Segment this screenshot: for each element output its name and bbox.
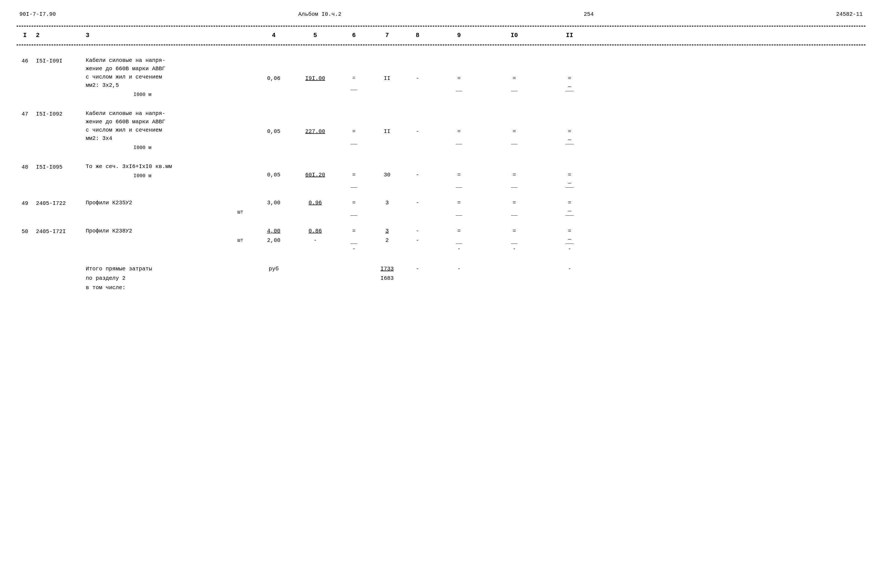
col-header-5: 5	[293, 32, 338, 39]
row-col7: II	[370, 110, 404, 136]
col-header-4: 4	[254, 32, 293, 39]
col-header-9: 9	[431, 32, 487, 39]
row-col9: =	[431, 199, 487, 216]
totals-description: Итого прямые затраты по разделу 2 в том …	[83, 264, 254, 292]
row-price: I9I.00	[293, 56, 338, 82]
row-col8: -	[404, 199, 431, 207]
row-col9: =	[431, 56, 487, 91]
row-col7: 30	[370, 162, 404, 179]
row-col6: =	[338, 199, 370, 216]
row-col11: = —	[542, 199, 597, 216]
totals-num	[16, 264, 33, 265]
row-quantity: 3,00	[254, 199, 293, 207]
totals-col11: -	[542, 264, 597, 274]
col-header-11: II	[542, 32, 597, 39]
row-number: 48	[16, 162, 33, 171]
row-col7: 3 2	[370, 227, 404, 244]
row-quantity: 0,05	[254, 162, 293, 179]
col-header-3: 3	[83, 32, 254, 39]
header-bottom-divider	[16, 45, 866, 45]
row-col9: = -	[431, 227, 487, 253]
col-header-6: 6	[338, 32, 370, 39]
row-col8: -	[404, 110, 431, 136]
document-header: 90I-7-I7.90 Альбом I0.ч.2 254 24582-11	[16, 11, 866, 17]
row-col10: =	[487, 162, 542, 188]
row-col8: - -	[404, 227, 431, 244]
row-number: 47	[16, 110, 33, 118]
table-row: 48 I5I-I095 То же сеч. 3хI6+IхI0 кв.мм I…	[16, 157, 866, 193]
row-col11: = —	[542, 56, 597, 91]
row-col9: =	[431, 162, 487, 188]
table-body: 46 I5I-I09I Кабели силовые на напря- жен…	[16, 51, 866, 298]
row-col11: = —	[542, 162, 597, 188]
totals-unit: руб	[254, 264, 293, 274]
row-description: Кабели силовые на напря- жение до 660В м…	[83, 110, 254, 152]
col-header-2: 2	[33, 32, 83, 39]
row-code: 2405-I72I	[33, 227, 83, 236]
table-row: 46 I5I-I09I Кабели силовые на напря- жен…	[16, 51, 866, 104]
row-price: 0.96	[293, 199, 338, 207]
row-col8: -	[404, 162, 431, 179]
row-description: Профили К238У2 шт	[83, 227, 254, 244]
row-col6: = -	[338, 227, 370, 253]
row-quantity: 4,00 2,00	[254, 227, 293, 244]
table-column-headers: I 2 3 4 5 6 7 8 9 I0 II	[16, 29, 866, 42]
totals-col8: -	[404, 264, 431, 274]
table-row: 50 2405-I72I Профили К238У2 шт 4,00 2,00…	[16, 221, 866, 259]
row-col9: =	[431, 110, 487, 144]
row-description: Кабели силовые на напря- жение до 660В м…	[83, 56, 254, 98]
row-col10: =	[487, 110, 542, 144]
col-header-1: I	[16, 32, 33, 39]
row-quantity: 0,06	[254, 56, 293, 82]
row-col6: =	[338, 56, 370, 90]
col-header-8: 8	[404, 32, 431, 39]
row-col8: -	[404, 56, 431, 82]
row-col11: = —	[542, 110, 597, 144]
row-code: I5I-I09I	[33, 56, 83, 65]
reference-number: 24582-11	[836, 11, 862, 17]
totals-row: Итого прямые затраты по разделу 2 в том …	[16, 259, 866, 298]
row-number: 49	[16, 199, 33, 208]
row-number: 50	[16, 227, 33, 236]
row-code: I5I-I095	[33, 162, 83, 171]
row-col10: = -	[487, 227, 542, 253]
album-title: Альбом I0.ч.2	[298, 11, 342, 17]
row-col10: =	[487, 199, 542, 216]
row-price: 0.86 -	[293, 227, 338, 244]
totals-code	[33, 264, 83, 265]
row-col11: = — -	[542, 227, 597, 253]
row-quantity: 0,05	[254, 110, 293, 136]
row-number: 46	[16, 56, 33, 65]
row-description: Профили К235У2 шт	[83, 199, 254, 216]
row-col6: =	[338, 162, 370, 188]
row-col7: 3	[370, 199, 404, 207]
col-header-10: I0	[487, 32, 542, 39]
page-number: 254	[584, 11, 594, 17]
row-price: 60I.20	[293, 162, 338, 179]
totals-col9: -	[431, 264, 487, 274]
table-row: 47 I5I-I092 Кабели силовые на напря- жен…	[16, 104, 866, 157]
row-code: I5I-I092	[33, 110, 83, 118]
row-col6: =	[338, 110, 370, 144]
row-col10: =	[487, 56, 542, 91]
row-description: То же сеч. 3хI6+IхI0 кв.мм I000 м	[83, 162, 254, 180]
top-dashed-divider	[16, 26, 866, 27]
table-row: 49 2405-I722 Профили К235У2 шт 3,00 0.96…	[16, 193, 866, 221]
row-code: 2405-I722	[33, 199, 83, 208]
row-price: 227.00	[293, 110, 338, 136]
col-header-7: 7	[370, 32, 404, 39]
totals-col7: I733 I683	[370, 264, 404, 283]
row-col7: II	[370, 56, 404, 82]
doc-number: 90I-7-I7.90	[20, 11, 56, 17]
